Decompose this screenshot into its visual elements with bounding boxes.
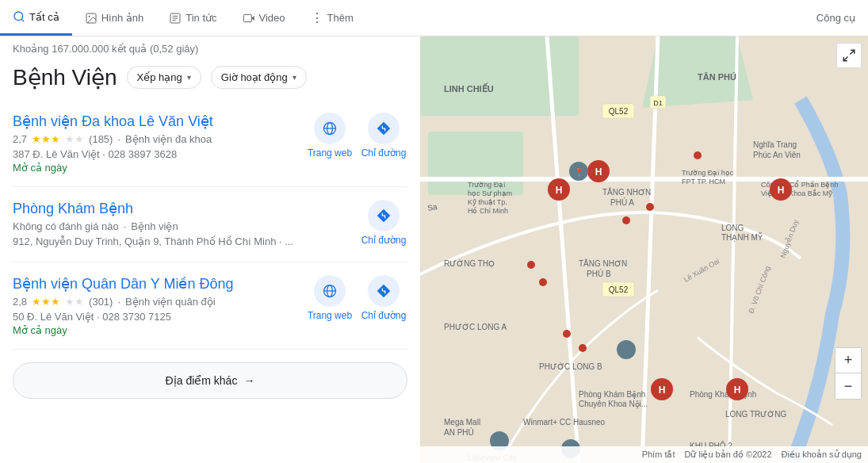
svg-text:Hồ Chí Minh: Hồ Chí Minh [468,207,508,215]
svg-text:Kỹ thuật Tp.: Kỹ thuật Tp. [468,198,507,206]
svg-text:RƯỜNG THỌ: RƯỜNG THỌ [444,259,495,268]
result-info-3: Bệnh viện Quân Dân Y Miền Đông 2,8 ★★★★★… [13,275,306,336]
stars-empty-3: ★★ [65,296,84,308]
result-type-3: Bệnh viện quân đội [125,296,216,308]
zoom-out-button[interactable]: − [835,373,861,399]
result-address-3: 50 Đ. Lê Văn Việt · 028 3730 7125 [13,311,306,323]
svg-text:TĂNG NHƠN: TĂNG NHƠN [602,187,651,197]
nav-item-all[interactable]: Tất cả [0,0,72,36]
more-places-label: Địa điểm khác [166,374,238,387]
filter-hours-btn[interactable]: Giờ hoạt động ▾ [211,66,307,89]
map-shortcut-label[interactable]: Phím tắt [642,450,675,460]
svg-line-94 [851,50,855,54]
result-info-1: Bệnh viện Đa khoa Lê Văn Việt 2,7 ★★★★★ … [13,113,306,174]
web-btn-3[interactable]: Trang web [306,275,354,321]
nav-item-more[interactable]: ⋮ Thêm [298,0,366,36]
svg-text:LINH CHIẾU: LINH CHIẾU [444,82,494,94]
dir-label-2: Chỉ đường [361,235,407,246]
svg-text:AN PHÚ: AN PHÚ [444,427,474,437]
result-count: Khoảng 167.000.000 kết quả (0,52 giây) [13,36,407,58]
web-label-3: Trang web [308,310,352,321]
svg-text:Sa: Sa [426,202,438,212]
filter-ranking-label: Xếp hạng [137,71,182,83]
main-layout: Khoảng 167.000.000 kết quả (0,52 giây) B… [0,36,868,463]
map-pin-gray-2 [617,340,636,359]
web-btn-1[interactable]: Trang web [306,113,354,159]
top-navigation: Tất cả Hình ảnh Tin tức Video ⋮ Thêm Côn… [0,0,868,36]
nav-images-label: Hình ảnh [101,12,144,24]
tools-button[interactable]: Công cụ [816,12,868,24]
nav-item-news[interactable]: Tin tức [156,0,229,36]
map-expand-button[interactable] [836,43,862,68]
svg-marker-9 [251,15,254,21]
svg-point-86 [563,330,571,338]
result-name-3[interactable]: Bệnh viện Quân Dân Y Miền Đông [13,275,306,293]
stars-empty-1: ★★ [65,133,84,145]
svg-text:H: H [659,385,666,396]
no-rating-2: Không có đánh giá nào [13,220,119,232]
nav-news-label: Tin tức [185,12,216,24]
svg-line-1 [21,19,24,21]
filter-ranking-btn[interactable]: Xếp hạng ▾ [127,66,201,89]
svg-text:Winmart+ CC Hausneo: Winmart+ CC Hausneo [523,418,606,427]
rating-row-1: 2,7 ★★★★★ (185) · Bệnh viện đa khoa [13,133,306,145]
svg-text:LONG TRƯỜNG: LONG TRƯỜNG [725,410,786,419]
svg-point-0 [14,12,23,21]
result-hours-3: Mở cả ngày [13,324,306,336]
svg-text:PHÚ B: PHÚ B [587,269,611,278]
result-info-2: Phòng Khám Bệnh Không có đánh giá nào · … [13,200,360,249]
map-pin-hospital-3: H [770,178,792,201]
rating-value-3: 2,8 [13,296,27,308]
result-header-1: Bệnh viện Đa khoa Lê Văn Việt 2,7 ★★★★★ … [13,113,407,174]
dir-btn-3[interactable]: Chỉ đường [360,275,407,321]
globe-icon [322,121,338,136]
result-hours-1: Mở cả ngày [13,162,306,174]
map-container[interactable]: QL52 QL52 D1 LINH CHIẾU TÂN PHÚ Nghĩa Tr… [420,36,868,463]
svg-point-82 [646,203,654,211]
map-pin-hospital-2: H [587,160,610,182]
more-places-button[interactable]: Địa điểm khác → [13,362,407,399]
dir-label-1: Chỉ đường [361,147,407,159]
result-address-2: 912, Nguyễn Duy Trinh, Quận 9, Thành Phố… [13,235,360,247]
svg-text:Mega Mall: Mega Mall [444,418,480,427]
rating-value-1: 2,7 [13,133,27,145]
result-item-1: Bệnh viện Đa khoa Lê Văn Việt 2,7 ★★★★★ … [13,100,407,187]
rating-row-2: Không có đánh giá nào · Bệnh viện [13,220,360,232]
web-icon-circle-3 [314,275,346,307]
video-icon [243,12,255,25]
map-pin-hospital-5: H [726,378,748,400]
map-zoom-controls: + − [835,347,862,400]
svg-point-85 [539,278,547,286]
directions-icon [376,283,392,299]
nav-item-images[interactable]: Hình ảnh [72,0,157,36]
search-icon [13,10,25,23]
result-name-2[interactable]: Phòng Khám Bệnh [13,200,360,217]
web-icon-circle-1 [314,113,346,144]
zoom-in-button[interactable]: + [835,348,861,373]
result-header-3: Bệnh viện Quân Dân Y Miền Đông 2,8 ★★★★★… [13,275,407,336]
svg-text:PHÚ A: PHÚ A [610,197,634,207]
result-type-1: Bệnh viện đa khoa [125,133,212,145]
nav-item-video[interactable]: Video [230,0,298,36]
filter-hours-label: Giờ hoạt động [221,71,288,83]
more-dots-icon: ⋮ [311,10,323,25]
svg-rect-23 [420,36,579,116]
result-actions-2: Chỉ đường [360,200,407,246]
rating-count-1: (185) [89,133,113,145]
map-pin-hospital-4: H [651,378,673,400]
chevron-down-icon: ▾ [187,73,191,82]
stars-3: ★★★ [32,296,60,308]
map-terms-label[interactable]: Điều khoản sử dụng [782,450,862,460]
result-name-1[interactable]: Bệnh viện Đa khoa Lê Văn Việt [13,113,306,130]
news-icon [169,12,182,25]
expand-icon [842,48,856,63]
result-address-1: 387 Đ. Lê Văn Việt · 028 3897 3628 [13,148,306,160]
dir-btn-1[interactable]: Chỉ đường [360,113,407,159]
image-icon [85,12,98,25]
map-pin-gray-1: 📍 [569,162,588,181]
svg-text:📍: 📍 [574,167,584,178]
dir-btn-2[interactable]: Chỉ đường [360,200,407,246]
nav-video-label: Video [259,12,285,24]
dir-label-3: Chỉ đường [361,310,407,321]
rating-row-3: 2,8 ★★★★★ (301) · Bệnh viện quân đội [13,296,306,308]
